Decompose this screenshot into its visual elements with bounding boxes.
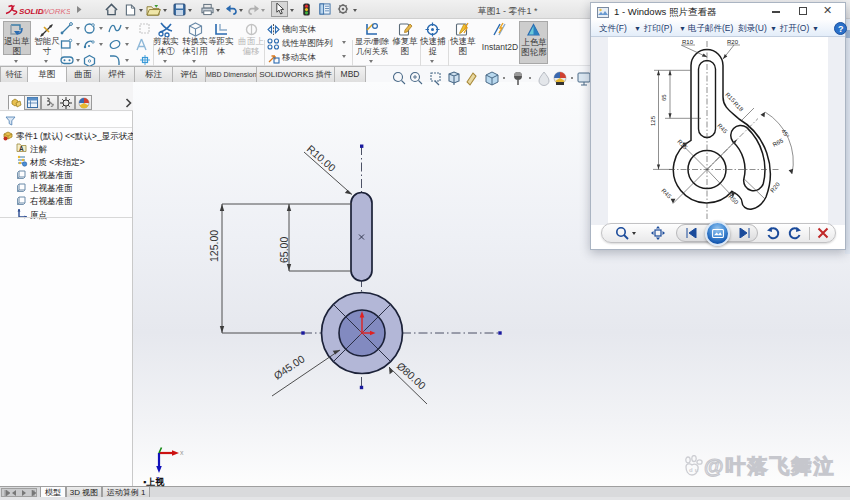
svg-text:R20: R20 xyxy=(769,181,781,194)
svg-text:45°: 45° xyxy=(780,128,790,139)
svg-text:65: 65 xyxy=(661,94,667,101)
svg-text:R45: R45 xyxy=(660,187,672,199)
svg-text:R10: R10 xyxy=(682,39,694,45)
svg-text:R20: R20 xyxy=(727,39,739,45)
svg-text:SOLID: SOLID xyxy=(19,7,44,16)
svg-text:R65: R65 xyxy=(772,137,785,148)
svg-text:125: 125 xyxy=(650,115,656,126)
svg-text:du: du xyxy=(689,467,700,473)
svg-text:R18: R18 xyxy=(732,100,744,112)
svg-text:WORKS: WORKS xyxy=(41,7,70,16)
svg-text:?: ? xyxy=(838,24,844,34)
svg-text:A: A xyxy=(19,145,24,152)
svg-text:R45: R45 xyxy=(716,122,728,134)
